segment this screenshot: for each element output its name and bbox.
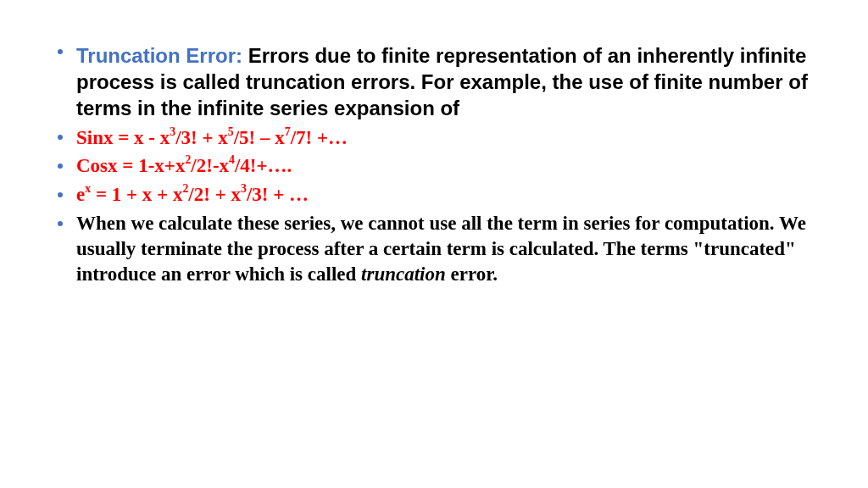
sin-m2: /5! – x [234, 127, 285, 148]
bullet-marker [58, 135, 63, 140]
explain-post: error. [446, 263, 498, 285]
cos-p1: 2 [185, 153, 191, 166]
sin-m3: /7! +… [291, 127, 348, 148]
bullet-marker [58, 49, 63, 54]
exp-px: x [85, 182, 91, 195]
exp-e: e [76, 184, 85, 205]
cos-m1: /2!-x [191, 155, 229, 176]
cos-prefix: Cosx = 1-x+x [76, 155, 185, 176]
exp-m1: /2! + x [188, 184, 241, 205]
exp-m2: /3! + … [247, 184, 309, 205]
sin-p3: 7 [285, 125, 291, 138]
bullet-intro: Truncation Error: Errors due to finite r… [51, 42, 817, 122]
bullet-explain: When we calculate these series, we canno… [51, 211, 817, 287]
cos-m2: /4!+…. [235, 155, 292, 176]
bullet-cos: Cosx = 1-x+x2/2!-x4/4!+…. [51, 153, 817, 179]
bullet-sin: Sinx = x - x3/3! + x5/5! – x7/7! +… [51, 125, 817, 151]
exp-eq: = 1 + x + x [91, 184, 182, 205]
slide-content: Truncation Error: Errors due to finite r… [51, 42, 817, 287]
exp-p2: 3 [241, 182, 247, 195]
bullet-marker [58, 164, 63, 169]
explain-italic: truncation [361, 263, 446, 285]
sin-p1: 3 [170, 125, 175, 138]
bullet-exp: ex = 1 + x + x2/2! + x3/3! + … [51, 182, 817, 208]
sin-prefix: Sinx = x - x [76, 127, 170, 148]
bullet-marker [58, 192, 63, 197]
bullet-marker [58, 221, 63, 226]
intro-label: Truncation Error: [76, 44, 248, 67]
cos-p2: 4 [229, 153, 235, 166]
sin-m1: /3! + x [175, 127, 228, 148]
sin-p2: 5 [228, 125, 234, 138]
exp-p1: 2 [182, 182, 188, 195]
